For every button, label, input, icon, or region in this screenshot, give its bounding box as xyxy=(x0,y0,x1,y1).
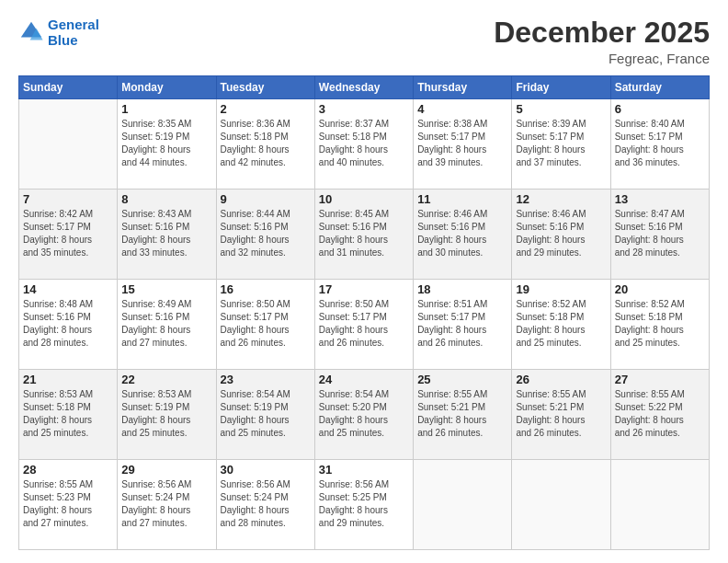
calendar-cell: 5Sunrise: 8:39 AM Sunset: 5:17 PM Daylig… xyxy=(512,99,610,190)
day-number: 20 xyxy=(615,282,705,296)
calendar-cell: 10Sunrise: 8:45 AM Sunset: 5:16 PM Dayli… xyxy=(314,190,413,280)
main-title: December 2025 xyxy=(494,17,710,49)
day-number: 28 xyxy=(23,463,113,477)
day-number: 18 xyxy=(417,282,507,296)
day-number: 12 xyxy=(516,192,606,206)
calendar-cell xyxy=(512,460,610,550)
calendar-cell xyxy=(610,460,709,550)
day-info: Sunrise: 8:55 AM Sunset: 5:21 PM Dayligh… xyxy=(516,388,606,440)
day-info: Sunrise: 8:44 AM Sunset: 5:16 PM Dayligh… xyxy=(221,208,311,259)
day-info: Sunrise: 8:56 AM Sunset: 5:25 PM Dayligh… xyxy=(319,478,409,530)
day-number: 19 xyxy=(516,282,606,296)
day-info: Sunrise: 8:56 AM Sunset: 5:24 PM Dayligh… xyxy=(221,478,311,530)
calendar-cell: 1Sunrise: 8:35 AM Sunset: 5:19 PM Daylig… xyxy=(118,99,216,190)
calendar-cell: 8Sunrise: 8:43 AM Sunset: 5:16 PM Daylig… xyxy=(118,190,216,280)
day-info: Sunrise: 8:55 AM Sunset: 5:23 PM Dayligh… xyxy=(23,478,113,530)
day-number: 17 xyxy=(319,282,409,296)
logo: General Blue xyxy=(18,17,99,48)
subtitle: Fegreac, France xyxy=(494,51,710,66)
logo-text: General Blue xyxy=(48,17,99,48)
day-info: Sunrise: 8:50 AM Sunset: 5:17 PM Dayligh… xyxy=(319,298,409,350)
day-info: Sunrise: 8:47 AM Sunset: 5:16 PM Dayligh… xyxy=(615,208,705,259)
calendar-cell: 20Sunrise: 8:52 AM Sunset: 5:18 PM Dayli… xyxy=(610,280,709,370)
calendar-cell: 6Sunrise: 8:40 AM Sunset: 5:17 PM Daylig… xyxy=(610,99,709,190)
calendar-cell: 15Sunrise: 8:49 AM Sunset: 5:16 PM Dayli… xyxy=(118,280,216,370)
day-info: Sunrise: 8:54 AM Sunset: 5:19 PM Dayligh… xyxy=(221,388,311,440)
calendar-cell: 26Sunrise: 8:55 AM Sunset: 5:21 PM Dayli… xyxy=(512,370,610,460)
day-info: Sunrise: 8:53 AM Sunset: 5:18 PM Dayligh… xyxy=(23,388,113,440)
calendar-cell: 7Sunrise: 8:42 AM Sunset: 5:17 PM Daylig… xyxy=(19,190,118,280)
day-number: 22 xyxy=(121,373,211,386)
calendar-header-monday: Monday xyxy=(118,76,216,99)
day-info: Sunrise: 8:54 AM Sunset: 5:20 PM Dayligh… xyxy=(319,388,409,440)
day-number: 16 xyxy=(221,282,311,296)
calendar-cell xyxy=(414,460,512,550)
calendar-cell: 13Sunrise: 8:47 AM Sunset: 5:16 PM Dayli… xyxy=(610,190,709,280)
calendar-cell: 25Sunrise: 8:55 AM Sunset: 5:21 PM Dayli… xyxy=(414,370,512,460)
calendar-header-wednesday: Wednesday xyxy=(314,76,413,99)
day-number: 21 xyxy=(23,373,113,386)
day-info: Sunrise: 8:56 AM Sunset: 5:24 PM Dayligh… xyxy=(121,478,211,530)
day-number: 6 xyxy=(615,102,705,116)
day-number: 15 xyxy=(121,282,211,296)
calendar-cell: 23Sunrise: 8:54 AM Sunset: 5:19 PM Dayli… xyxy=(216,370,314,460)
calendar-cell: 28Sunrise: 8:55 AM Sunset: 5:23 PM Dayli… xyxy=(19,460,118,550)
day-number: 7 xyxy=(23,192,113,206)
calendar-cell: 16Sunrise: 8:50 AM Sunset: 5:17 PM Dayli… xyxy=(216,280,314,370)
header: General Blue December 2025 Fegreac, Fran… xyxy=(18,17,710,66)
calendar-cell: 4Sunrise: 8:38 AM Sunset: 5:17 PM Daylig… xyxy=(414,99,512,190)
day-number: 26 xyxy=(516,373,606,386)
day-number: 27 xyxy=(615,373,705,386)
calendar-cell: 18Sunrise: 8:51 AM Sunset: 5:17 PM Dayli… xyxy=(414,280,512,370)
day-number: 30 xyxy=(221,463,311,477)
day-info: Sunrise: 8:55 AM Sunset: 5:22 PM Dayligh… xyxy=(615,388,705,440)
logo-icon xyxy=(18,19,44,45)
day-number: 25 xyxy=(417,373,507,386)
day-info: Sunrise: 8:46 AM Sunset: 5:16 PM Dayligh… xyxy=(516,208,606,259)
day-info: Sunrise: 8:49 AM Sunset: 5:16 PM Dayligh… xyxy=(121,298,211,350)
day-info: Sunrise: 8:43 AM Sunset: 5:16 PM Dayligh… xyxy=(121,208,211,259)
day-number: 2 xyxy=(221,102,311,116)
page: General Blue December 2025 Fegreac, Fran… xyxy=(0,0,728,563)
calendar-cell: 12Sunrise: 8:46 AM Sunset: 5:16 PM Dayli… xyxy=(512,190,610,280)
day-number: 10 xyxy=(319,192,409,206)
day-info: Sunrise: 8:36 AM Sunset: 5:18 PM Dayligh… xyxy=(221,118,311,169)
day-number: 11 xyxy=(417,192,507,206)
day-number: 23 xyxy=(221,373,311,386)
calendar-cell: 2Sunrise: 8:36 AM Sunset: 5:18 PM Daylig… xyxy=(216,99,314,190)
day-info: Sunrise: 8:38 AM Sunset: 5:17 PM Dayligh… xyxy=(417,118,507,169)
calendar-cell: 17Sunrise: 8:50 AM Sunset: 5:17 PM Dayli… xyxy=(314,280,413,370)
calendar-table: SundayMondayTuesdayWednesdayThursdayFrid… xyxy=(18,75,710,550)
day-number: 1 xyxy=(121,102,211,116)
calendar-week-row: 1Sunrise: 8:35 AM Sunset: 5:19 PM Daylig… xyxy=(19,99,710,190)
day-number: 5 xyxy=(516,102,606,116)
day-info: Sunrise: 8:53 AM Sunset: 5:19 PM Dayligh… xyxy=(121,388,211,440)
day-number: 24 xyxy=(319,373,409,386)
title-block: December 2025 Fegreac, France xyxy=(494,17,710,66)
calendar-week-row: 14Sunrise: 8:48 AM Sunset: 5:16 PM Dayli… xyxy=(19,280,710,370)
day-info: Sunrise: 8:52 AM Sunset: 5:18 PM Dayligh… xyxy=(615,298,705,350)
day-number: 14 xyxy=(23,282,113,296)
day-info: Sunrise: 8:42 AM Sunset: 5:17 PM Dayligh… xyxy=(23,208,113,259)
day-info: Sunrise: 8:50 AM Sunset: 5:17 PM Dayligh… xyxy=(221,298,311,350)
calendar-week-row: 28Sunrise: 8:55 AM Sunset: 5:23 PM Dayli… xyxy=(19,460,710,550)
day-info: Sunrise: 8:51 AM Sunset: 5:17 PM Dayligh… xyxy=(417,298,507,350)
calendar-cell: 21Sunrise: 8:53 AM Sunset: 5:18 PM Dayli… xyxy=(19,370,118,460)
day-info: Sunrise: 8:45 AM Sunset: 5:16 PM Dayligh… xyxy=(319,208,409,259)
calendar-header-row: SundayMondayTuesdayWednesdayThursdayFrid… xyxy=(19,76,710,99)
day-info: Sunrise: 8:55 AM Sunset: 5:21 PM Dayligh… xyxy=(417,388,507,440)
day-info: Sunrise: 8:39 AM Sunset: 5:17 PM Dayligh… xyxy=(516,118,606,169)
day-number: 29 xyxy=(121,463,211,477)
calendar-cell xyxy=(19,99,118,190)
calendar-cell: 3Sunrise: 8:37 AM Sunset: 5:18 PM Daylig… xyxy=(314,99,413,190)
day-info: Sunrise: 8:37 AM Sunset: 5:18 PM Dayligh… xyxy=(319,118,409,169)
calendar-cell: 24Sunrise: 8:54 AM Sunset: 5:20 PM Dayli… xyxy=(314,370,413,460)
day-info: Sunrise: 8:40 AM Sunset: 5:17 PM Dayligh… xyxy=(615,118,705,169)
calendar-cell: 9Sunrise: 8:44 AM Sunset: 5:16 PM Daylig… xyxy=(216,190,314,280)
day-number: 9 xyxy=(221,192,311,206)
calendar-header-tuesday: Tuesday xyxy=(216,76,314,99)
calendar-week-row: 21Sunrise: 8:53 AM Sunset: 5:18 PM Dayli… xyxy=(19,370,710,460)
calendar-cell: 22Sunrise: 8:53 AM Sunset: 5:19 PM Dayli… xyxy=(118,370,216,460)
calendar-cell: 11Sunrise: 8:46 AM Sunset: 5:16 PM Dayli… xyxy=(414,190,512,280)
day-info: Sunrise: 8:46 AM Sunset: 5:16 PM Dayligh… xyxy=(417,208,507,259)
